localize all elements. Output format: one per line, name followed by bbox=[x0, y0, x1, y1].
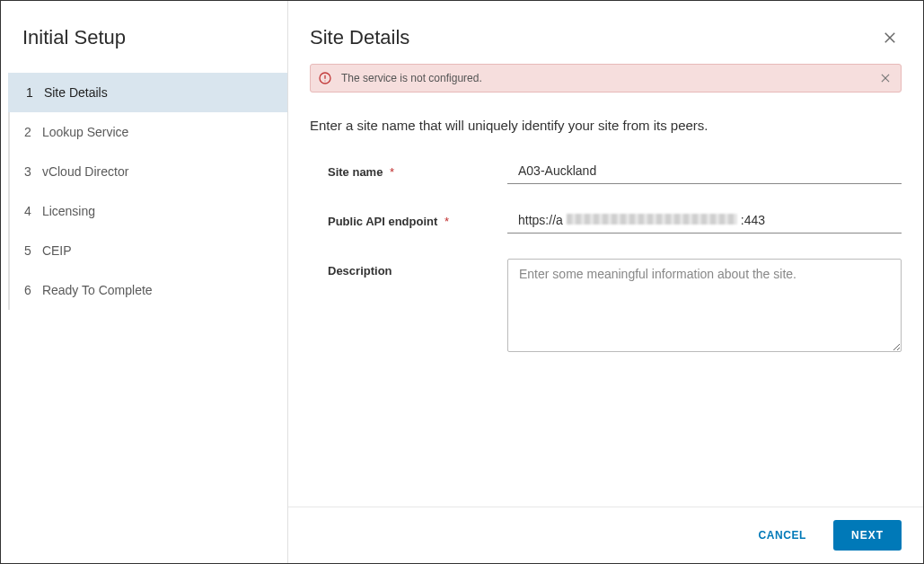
scroll-area[interactable]: The service is not configured. Enter a s… bbox=[288, 64, 923, 507]
site-name-input[interactable] bbox=[507, 160, 902, 184]
page-title: Site Details bbox=[310, 26, 409, 49]
sidebar-title: Initial Setup bbox=[1, 26, 287, 73]
row-description: Description bbox=[310, 259, 902, 356]
endpoint-redacted bbox=[567, 214, 737, 225]
dialog-footer: CANCEL NEXT bbox=[288, 507, 923, 563]
step-licensing[interactable]: 4 Licensing bbox=[8, 191, 287, 231]
site-name-control bbox=[507, 160, 902, 184]
required-asterisk: * bbox=[390, 165, 394, 179]
endpoint-suffix: :443 bbox=[741, 213, 765, 227]
row-site-name: Site name * bbox=[310, 160, 902, 184]
svg-point-4 bbox=[324, 80, 325, 81]
step-label: CEIP bbox=[42, 243, 72, 258]
step-label: Licensing bbox=[42, 204, 95, 218]
step-number: 5 bbox=[24, 243, 39, 258]
step-site-details[interactable]: 1 Site Details bbox=[8, 73, 287, 112]
intro-text: Enter a site name that will uniquely ide… bbox=[310, 118, 902, 133]
description-control bbox=[507, 259, 902, 356]
step-number: 1 bbox=[26, 85, 40, 100]
endpoint-control: https://a :443 bbox=[507, 209, 902, 234]
row-endpoint: Public API endpoint * https://a :443 bbox=[310, 209, 902, 234]
step-label: Lookup Service bbox=[42, 125, 129, 139]
endpoint-input[interactable]: https://a :443 bbox=[507, 209, 902, 234]
label-text: Public API endpoint bbox=[328, 215, 437, 228]
step-lookup-service[interactable]: 2 Lookup Service bbox=[8, 112, 287, 152]
step-number: 3 bbox=[24, 164, 39, 179]
steps-rail: 1 Site Details 2 Lookup Service 3 vCloud… bbox=[8, 73, 287, 310]
site-name-label: Site name * bbox=[328, 160, 507, 179]
step-list: 1 Site Details 2 Lookup Service 3 vCloud… bbox=[10, 73, 287, 310]
error-icon bbox=[318, 71, 332, 85]
close-icon bbox=[879, 72, 892, 84]
step-number: 6 bbox=[24, 283, 39, 297]
alert-close-button[interactable] bbox=[877, 70, 893, 86]
dialog-body: Initial Setup 1 Site Details 2 Lookup Se… bbox=[1, 1, 923, 563]
step-ceip[interactable]: 5 CEIP bbox=[8, 231, 287, 270]
close-icon bbox=[882, 30, 898, 46]
main-panel: Site Details The service is bbox=[288, 1, 923, 563]
alert-text: The service is not configured. bbox=[341, 72, 877, 84]
next-button[interactable]: NEXT bbox=[833, 520, 902, 551]
step-vcloud-director[interactable]: 3 vCloud Director bbox=[8, 152, 287, 191]
endpoint-prefix: https://a bbox=[518, 213, 563, 227]
step-ready-to-complete[interactable]: 6 Ready To Complete bbox=[8, 270, 287, 310]
endpoint-label: Public API endpoint * bbox=[328, 209, 507, 228]
step-number: 2 bbox=[24, 125, 39, 139]
cancel-button[interactable]: CANCEL bbox=[747, 520, 817, 551]
description-label: Description bbox=[328, 259, 507, 278]
step-label: Site Details bbox=[44, 85, 108, 100]
spacer bbox=[310, 381, 902, 507]
wizard-sidebar: Initial Setup 1 Site Details 2 Lookup Se… bbox=[1, 1, 288, 563]
step-label: vCloud Director bbox=[42, 164, 128, 179]
main-header: Site Details bbox=[288, 1, 923, 64]
required-asterisk: * bbox=[444, 215, 449, 228]
step-number: 4 bbox=[24, 204, 39, 218]
step-label: Ready To Complete bbox=[42, 283, 153, 297]
close-button[interactable] bbox=[878, 26, 902, 49]
description-textarea[interactable] bbox=[507, 259, 902, 352]
label-text: Site name bbox=[328, 165, 383, 179]
alert-error: The service is not configured. bbox=[310, 64, 902, 93]
